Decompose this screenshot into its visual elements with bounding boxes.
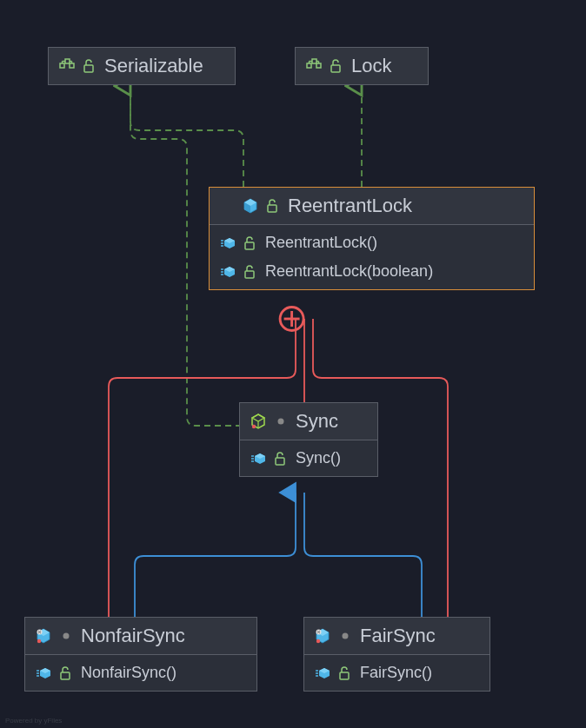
unlock-icon [273, 451, 289, 467]
modifier-dot-icon [337, 628, 353, 644]
abstract-class-icon [250, 414, 266, 429]
interface-icon [59, 58, 75, 74]
modifier-dot-icon [58, 628, 74, 644]
static-class-icon [36, 628, 51, 644]
method-icon [36, 665, 51, 681]
method-icon [250, 451, 266, 467]
unlock-icon [243, 235, 258, 251]
node-label: NonfairSync [81, 625, 185, 647]
unlock-icon [329, 58, 344, 74]
node-label: Lock [351, 55, 391, 77]
node-label: ReentrantLock [288, 195, 412, 217]
method-icon [220, 235, 236, 251]
unlock-icon [265, 198, 281, 214]
node-serializable[interactable]: Serializable [48, 47, 236, 85]
interface-icon [306, 58, 322, 74]
unlock-icon [243, 264, 258, 280]
static-class-icon [315, 628, 330, 644]
method-row[interactable]: Sync() [240, 444, 377, 473]
modifier-dot-icon [273, 414, 289, 429]
method-label: ReentrantLock() [265, 234, 377, 252]
node-sync[interactable]: Sync Sync() [239, 402, 378, 477]
unlock-icon [58, 665, 74, 681]
unlock-icon [82, 58, 97, 74]
node-label: FairSync [360, 625, 436, 647]
method-icon [220, 264, 236, 280]
node-nonfairsync[interactable]: NonfairSync NonfairSync() [24, 617, 257, 692]
method-label: Sync() [296, 449, 341, 467]
unlock-icon [337, 665, 353, 681]
node-lock[interactable]: Lock [295, 47, 429, 85]
method-icon [315, 665, 330, 681]
method-row[interactable]: ReentrantLock() [210, 228, 534, 257]
node-fairsync[interactable]: FairSync FairSync() [303, 617, 490, 692]
watermark: Powered by yFiles [5, 717, 62, 725]
method-label: NonfairSync() [81, 664, 176, 682]
class-icon [243, 198, 258, 214]
method-label: FairSync() [360, 664, 432, 682]
method-row[interactable]: FairSync() [304, 659, 489, 687]
node-label: Sync [296, 410, 338, 433]
method-row[interactable]: NonfairSync() [25, 659, 256, 687]
node-label: Serializable [104, 55, 203, 77]
method-label: ReentrantLock(boolean) [265, 262, 433, 281]
method-row[interactable]: ReentrantLock(boolean) [210, 257, 534, 286]
node-reentrantlock[interactable]: ReentrantLock ReentrantLock() ReentrantL… [209, 187, 535, 290]
